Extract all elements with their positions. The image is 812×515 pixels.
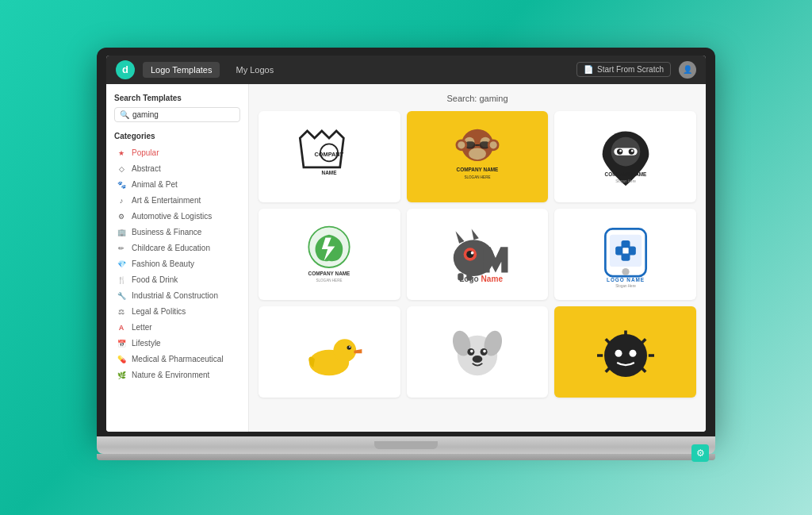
svg-point-42 [622, 267, 629, 275]
logo-card-4[interactable]: COMPANY NAME SLOGAN HERE [259, 209, 400, 300]
logo-card-6[interactable]: LOGO NAME Slogan Here [554, 209, 696, 300]
art-icon: ♪ [116, 195, 127, 206]
cat-legal[interactable]: ⚖ Legal & Politics [114, 304, 240, 320]
svg-point-13 [490, 141, 497, 148]
childcare-icon: ✏ [116, 243, 127, 254]
logo-card-1[interactable]: COMPANY NAME [259, 111, 400, 202]
svg-text:COMPANY: COMPANY [315, 151, 344, 158]
cat-business[interactable]: 🏢 Business & Finance [114, 225, 240, 240]
svg-line-64 [641, 367, 645, 371]
logo-card-5[interactable]: Logo Name [407, 209, 549, 300]
svg-point-33 [471, 251, 474, 254]
svg-point-57 [604, 334, 647, 377]
logo-grid: COMPANY NAME [259, 111, 696, 398]
svg-marker-30 [472, 229, 479, 240]
laptop-foot [97, 454, 715, 460]
svg-point-11 [458, 141, 465, 148]
business-icon: 🏢 [116, 227, 127, 238]
abstract-icon: ◇ [116, 163, 127, 175]
logo-card-2[interactable]: COMPANY NAME SLOGAN HERE [407, 111, 549, 202]
cat-industrial[interactable]: 🔧 Industrial & Construction [114, 288, 240, 304]
search-section-title: Search Templates [114, 94, 240, 102]
svg-point-54 [470, 349, 473, 352]
search-icon: 🔍 [120, 110, 129, 119]
svg-line-62 [641, 339, 645, 343]
cat-label: Business & Finance [132, 228, 201, 236]
svg-text:NAME: NAME [322, 170, 338, 175]
cat-label: Fashion & Beauty [132, 259, 194, 268]
svg-point-14 [469, 148, 486, 159]
svg-text:Slogan Here: Slogan Here [615, 179, 636, 183]
logo-card-8[interactable] [407, 306, 549, 398]
cat-art-entertainment[interactable]: ♪ Art & Entertainment [114, 193, 240, 209]
topnav: d Logo Templates My Logos 📄 Start From S… [106, 56, 706, 84]
animal-icon: 🐾 [116, 179, 127, 190]
industrial-icon: 🔧 [116, 290, 127, 302]
cat-label: Animal & Pet [132, 180, 178, 189]
cat-label: Food & Drink [132, 275, 178, 284]
cat-label: Medical & Pharmaceutical [132, 355, 224, 363]
lifestyle-icon: 📅 [116, 338, 127, 349]
cat-label: Popular [132, 148, 159, 157]
screen: d Logo Templates My Logos 📄 Start From S… [106, 56, 706, 432]
svg-point-47 [347, 345, 351, 349]
svg-text:COMPANY NAME: COMPANY NAME [457, 167, 500, 172]
laptop-base [97, 436, 715, 454]
svg-line-59 [605, 339, 609, 343]
cat-letter[interactable]: A Letter [114, 320, 240, 336]
cat-nature[interactable]: 🌿 Nature & Environment [114, 367, 240, 383]
logo-card-7[interactable] [259, 306, 400, 398]
cat-label: Lifestyle [132, 339, 161, 348]
cat-popular[interactable]: ★ Popular [114, 145, 240, 161]
svg-text:Slogan Here: Slogan Here [615, 283, 636, 287]
search-input[interactable] [132, 110, 235, 119]
svg-point-56 [473, 356, 483, 363]
cat-medical[interactable]: 💊 Medical & Pharmaceutical [114, 352, 240, 367]
cat-childcare[interactable]: ✏ Childcare & Education [114, 240, 240, 256]
svg-text:COMPANY NAME: COMPANY NAME [604, 171, 647, 177]
popular-icon: ★ [116, 148, 127, 159]
svg-text:SLOGAN HERE: SLOGAN HERE [316, 279, 343, 282]
svg-point-48 [350, 346, 351, 348]
svg-text:Logo Name: Logo Name [459, 275, 503, 283]
logo-card-9[interactable] [554, 306, 696, 398]
cat-label: Automotive & Logistics [132, 212, 212, 221]
logo-card-3[interactable]: COMPANY NAME Slogan Here [554, 111, 696, 202]
svg-point-65 [615, 349, 622, 356]
categories-title: Categories [114, 132, 240, 140]
start-from-scratch-button[interactable]: 📄 Start From Scratch [576, 62, 671, 77]
svg-text:SLOGAN HERE: SLOGAN HERE [464, 175, 490, 179]
svg-line-61 [605, 367, 609, 371]
svg-point-66 [629, 349, 636, 356]
laptop-bezel: d Logo Templates My Logos 📄 Start From S… [97, 48, 715, 436]
auto-icon: ⚙ [116, 211, 127, 222]
fashion-icon: 💎 [116, 259, 127, 270]
svg-point-55 [483, 349, 486, 352]
svg-point-21 [619, 149, 622, 152]
svg-point-46 [334, 339, 357, 362]
letter-icon: A [116, 322, 127, 333]
cat-food[interactable]: 🍴 Food & Drink [114, 272, 240, 288]
user-avatar[interactable]: 👤 [679, 61, 696, 79]
tab-logo-templates[interactable]: Logo Templates [143, 62, 220, 78]
food-icon: 🍴 [116, 275, 127, 286]
cat-abstract[interactable]: ◇ Abstract [114, 161, 240, 177]
svg-text:COMPANY NAME: COMPANY NAME [308, 271, 351, 276]
cat-fashion[interactable]: 💎 Fashion & Beauty [114, 256, 240, 272]
legal-icon: ⚖ [116, 306, 127, 317]
cat-label: Letter [132, 323, 152, 332]
content-area: Search: gaming COMPANY NAME [249, 84, 706, 432]
tab-my-logos[interactable]: My Logos [228, 62, 282, 78]
laptop-wrapper: d Logo Templates My Logos 📄 Start From S… [97, 48, 715, 468]
cat-label: Art & Entertainment [132, 196, 201, 205]
laptop-notch [374, 441, 438, 449]
cat-lifestyle[interactable]: 📅 Lifestyle [114, 336, 240, 352]
sidebar: Search Templates 🔍 Categories ★ Popular … [106, 84, 249, 432]
cat-animal-pet[interactable]: 🐾 Animal & Pet [114, 177, 240, 193]
search-box[interactable]: 🔍 [114, 107, 240, 122]
nature-icon: 🌿 [116, 370, 127, 381]
cat-label: Nature & Environment [132, 371, 209, 379]
cat-automotive[interactable]: ⚙ Automotive & Logistics [114, 209, 240, 225]
main-area: Search Templates 🔍 Categories ★ Popular … [106, 84, 706, 432]
svg-text:LOGO NAME: LOGO NAME [607, 277, 645, 282]
